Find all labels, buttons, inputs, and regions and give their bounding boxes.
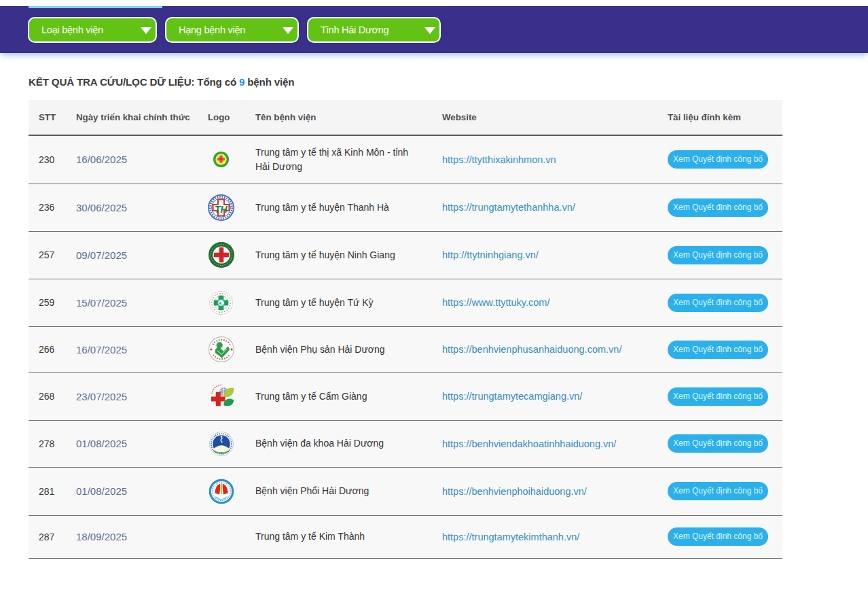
svg-text:TH: TH (215, 203, 228, 214)
